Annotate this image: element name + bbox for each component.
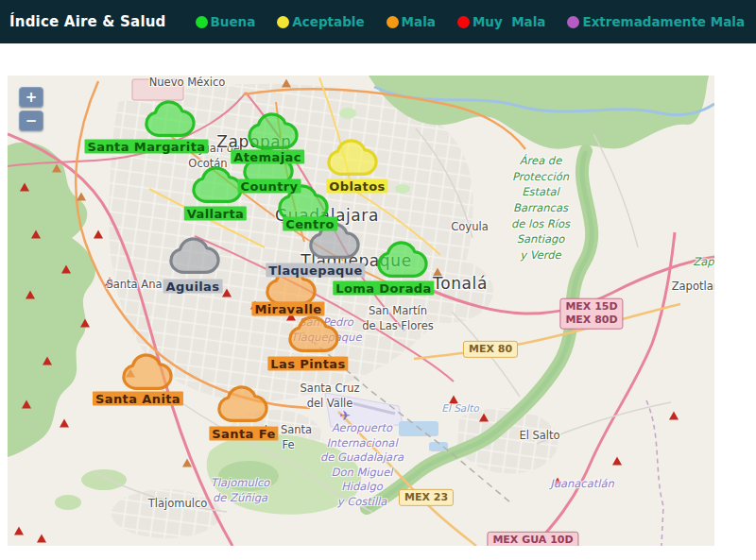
peak-icon (31, 230, 41, 239)
legend-dot-icon (196, 16, 208, 28)
legend-item-mala: Mala (387, 14, 436, 29)
place-label-juanacatlan: Juanacatlán (550, 477, 613, 492)
highway-shield-mex-15d-mex-80d: MEX 15D MEX 80D (559, 298, 623, 330)
legend-dot-icon (457, 16, 470, 28)
app-title: Índice Aire & Salud (9, 13, 166, 30)
legend-dot-icon (567, 16, 579, 28)
place-label-area-de: Área deProtecciónEstatalBarrancasde los … (511, 153, 570, 263)
zoom-in-button[interactable]: + (19, 87, 43, 108)
legend-item-buena: Buena (196, 14, 256, 29)
place-label-el-salto: El Salto (441, 401, 478, 415)
legend-item-extremadamente-mala: Extremadamente Mala (567, 14, 745, 29)
place-label-tlajomulco: Tlajomulcode Zúñiga (211, 476, 270, 505)
station-label-miravalle[interactable]: Miravalle (251, 302, 324, 316)
peak-icon (20, 183, 29, 192)
station-label-vallarta[interactable]: Vallarta (184, 207, 247, 221)
station-label-las-pintas[interactable]: Las Pintas (267, 357, 348, 371)
place-label-nuevo-mexico: Nuevo México (149, 76, 226, 91)
place-label-el-salto: El Salto (519, 429, 559, 444)
peak-icon (60, 419, 69, 428)
station-label-oblatos[interactable]: Oblatos (326, 179, 387, 194)
station-cloud-icon-santa-margarita[interactable] (143, 100, 203, 143)
app-header: Índice Aire & Salud BuenaAceptableMalaMu… (0, 0, 756, 43)
station-label-country[interactable]: Country (238, 179, 301, 194)
airplane-icon: ✈ (339, 408, 351, 423)
highway-shield-mex-23: MEX 23 (399, 489, 454, 506)
zoom-out-button[interactable]: − (19, 110, 43, 131)
station-label-tlaquepaque[interactable]: Tlaquepaque (266, 263, 365, 278)
legend-label: Muy Mala (472, 14, 546, 29)
station-cloud-icon-aguilas[interactable] (167, 237, 228, 280)
peak-icon (282, 79, 291, 88)
place-label-san-martin: San Martínde Las Flores (362, 304, 434, 333)
legend-label: Buena (211, 14, 256, 29)
peak-icon (94, 230, 103, 239)
peak-icon (22, 400, 31, 409)
peak-icon (52, 164, 61, 173)
peak-icon (26, 291, 35, 299)
station-cloud-icon-santa-anita[interactable] (120, 353, 180, 396)
peak-icon (43, 357, 52, 365)
legend-item-muy-mala: Muy Mala (457, 14, 546, 29)
station-label-santa-margarita[interactable]: Santa Margarita (85, 140, 209, 154)
station-cloud-icon-santa-fe[interactable] (215, 385, 276, 428)
station-label-santa-fe[interactable]: Santa Fe (209, 427, 278, 441)
place-label-santa-cruz: Santa Cruzdel Valle (301, 382, 360, 411)
place-label-zapo: Zapo (693, 254, 714, 270)
place-label-tlajomulco: Tlajomulco (148, 497, 208, 512)
place-label-zapotlanejo: Zapotlanejo (672, 280, 714, 295)
station-label-centro[interactable]: Centro (283, 217, 337, 231)
peak-icon (14, 527, 24, 535)
legend-item-aceptable: Aceptable (277, 14, 364, 29)
peak-icon (61, 265, 71, 274)
station-label-aguilas[interactable]: Aguilas (163, 280, 223, 294)
place-label-tonala: Tonalá (433, 273, 488, 295)
place-label-aeropuerto: AeropuertoInternacionalde GuadalajaraDon… (320, 421, 404, 509)
legend-dot-icon (387, 16, 399, 28)
legend-dot-icon (277, 16, 289, 28)
peak-icon (80, 319, 90, 328)
peak-icon (479, 414, 489, 422)
legend-label: Aceptable (292, 14, 364, 29)
legend-label: Extremadamente Mala (582, 14, 745, 29)
highway-shield-mex-80: MEX 80 (463, 341, 518, 358)
peak-icon (222, 289, 232, 297)
legend: BuenaAceptableMalaMuy MalaExtremadamente… (196, 14, 745, 29)
station-cloud-icon-las-pintas[interactable] (286, 315, 347, 358)
map-canvas[interactable]: Nuevo MéxicoSan Juan deOcotánZapopanGuad… (8, 76, 714, 546)
peak-icon (37, 535, 46, 543)
highway-shield-mex-gua-10d: MEX GUA 10D (487, 532, 578, 546)
peak-icon (669, 412, 679, 420)
legend-label: Mala (402, 14, 436, 29)
peak-icon (182, 459, 192, 467)
station-label-atemajac[interactable]: Atemajac (231, 150, 304, 164)
place-label-santa-ana: Santa Ana (106, 278, 162, 293)
place-label-coyula: Coyula (451, 220, 488, 235)
peak-icon (77, 193, 86, 201)
station-cloud-icon-loma-dorada[interactable] (375, 241, 436, 283)
station-label-loma-dorada[interactable]: Loma Dorada (333, 281, 434, 296)
peak-icon (612, 457, 622, 466)
station-cloud-icon-oblatos[interactable] (325, 139, 386, 181)
station-label-santa-anita[interactable]: Santa Anita (93, 392, 183, 406)
zoom-control: + − (19, 87, 43, 131)
